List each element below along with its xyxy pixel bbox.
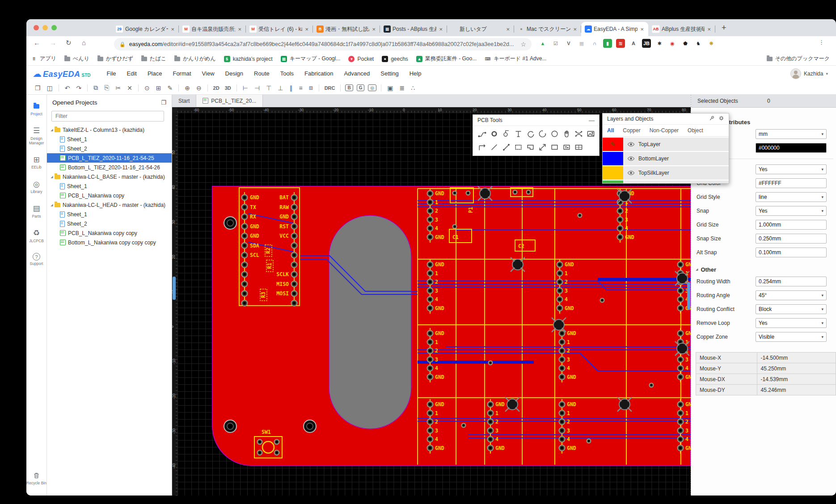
layer-color-swatch[interactable] (603, 166, 623, 180)
track-corner-tool-icon[interactable] (477, 142, 487, 152)
stripe-extension-icon[interactable]: ≋ (616, 39, 625, 48)
shield-extension-icon[interactable]: ⬟ (681, 39, 690, 48)
back-icon[interactable]: ← (34, 39, 40, 46)
close-tab-icon[interactable]: × (304, 26, 309, 33)
redo-icon[interactable]: ↷ (76, 84, 82, 92)
attribute-input[interactable]: 0.254mm (756, 277, 827, 286)
text-tool-icon[interactable] (513, 128, 524, 139)
menu-edit[interactable]: Edit (127, 70, 137, 77)
menu-setting[interactable]: Setting (380, 70, 398, 77)
tree-item[interactable]: PCB_L_Nakaniwa copy (47, 191, 172, 200)
attribute-select[interactable]: Block▾ (756, 304, 827, 314)
tree-expander-icon[interactable]: ◢ (50, 128, 54, 132)
eye-icon[interactable] (623, 170, 638, 176)
sidebar-item-eelib[interactable]: ⊞EELib (26, 155, 47, 170)
view-3d-button[interactable]: 3D (225, 85, 231, 91)
canvas-scrollbar-left[interactable] (173, 277, 176, 300)
zoom-window-icon[interactable]: ⊞ (156, 84, 161, 92)
browser-tab[interactable]: M自キ温泉街販売所から× (179, 22, 246, 36)
filter-input[interactable] (51, 111, 164, 122)
menu-place[interactable]: Place (148, 70, 162, 77)
browser-tab[interactable]: M受信トレイ (6) - kazh× (246, 22, 313, 36)
new-project-icon[interactable]: ❐ (161, 99, 166, 106)
connect-tool-icon[interactable] (537, 142, 548, 152)
tree-expander-icon[interactable]: ◢ (50, 175, 54, 179)
import-image-icon[interactable]: ▣ (387, 84, 393, 92)
menu-route[interactable]: Route (254, 70, 270, 77)
close-tab-icon[interactable]: × (371, 26, 376, 33)
forward-icon[interactable]: → (50, 39, 56, 46)
layers-tab-all[interactable]: All (603, 127, 618, 134)
copper-area-tool-icon[interactable] (561, 142, 572, 152)
attribute-select[interactable]: Visible▾ (756, 332, 827, 342)
browser-tab[interactable]: 新しいタブ× (447, 22, 514, 36)
menu-view[interactable]: View (202, 70, 215, 77)
browser-tab[interactable]: ☁EasyEDA - A Simple× (581, 22, 648, 36)
sidebar-item-project[interactable]: Project (26, 102, 47, 117)
sidebar-item-jlcpcb[interactable]: ♻JLCPCB (26, 229, 47, 244)
menu-tools[interactable]: Tools (280, 70, 294, 77)
bookmark-item[interactable]: かんりがめん (174, 55, 216, 63)
layers-tab-object[interactable]: Object (683, 127, 708, 134)
bookmark-item[interactable]: ⠿アプリ (31, 55, 56, 63)
layer-color-swatch[interactable] (603, 152, 623, 165)
bookmark-item[interactable]: ▦キーマップ - Googl... (281, 55, 341, 63)
dashed-rect-tool-icon[interactable] (513, 142, 524, 152)
bookmark-item[interactable]: $kazhida's project (224, 56, 273, 62)
line-tool-icon[interactable] (489, 142, 499, 152)
browser-tab[interactable]: B漫画・無料試し読みな× (313, 22, 380, 36)
layer-color-swatch[interactable] (603, 181, 623, 183)
sidebar-item-support[interactable]: ?Support (26, 253, 47, 266)
bookmark-item[interactable]: ▲業務委託案件 - Goo... (416, 55, 477, 63)
bee-extension-icon[interactable]: ❋ (707, 39, 716, 48)
layer-row[interactable]: TopSilkLayer (603, 166, 729, 180)
bookmark-item[interactable]: べんり (64, 55, 89, 63)
arc-extension-icon[interactable]: ∩ (590, 39, 599, 48)
paste-icon[interactable]: ⎘ (104, 84, 109, 92)
attribute-input[interactable]: #FFFFFF (756, 178, 827, 188)
menu-format[interactable]: Format (173, 70, 191, 77)
tree-item[interactable]: Bottom_L_TIEZ_2020-11-16_21-54-26 (47, 163, 172, 172)
menu-help[interactable]: Help (410, 70, 422, 77)
undo-icon[interactable]: ↶ (65, 84, 70, 92)
eye-icon[interactable] (623, 142, 638, 147)
bookmark-item[interactable]: ⌨キーボード #1 Adve... (485, 55, 546, 63)
eye-icon[interactable] (623, 156, 638, 161)
tree-item[interactable]: ◢Nakaniwa-LC-L_BASE - master - (kazhida) (47, 172, 172, 181)
measure-tool-icon[interactable] (501, 142, 511, 152)
jb-extension-icon[interactable]: JB (642, 39, 651, 48)
home-icon[interactable]: ⌂ (82, 39, 86, 46)
browser-tab[interactable]: ABABplus 生産技術研究× (648, 22, 715, 36)
tree-item[interactable]: PCB_L_TIEZ_2020-11-16_21-54-25 (47, 153, 172, 163)
gerber-button[interactable]: G (357, 84, 365, 91)
bom-button[interactable]: B (345, 84, 353, 91)
bookmark-item[interactable]: ●geechs (382, 56, 408, 62)
zoom-out-icon[interactable]: ⊖ (196, 84, 202, 92)
attribute-input[interactable]: 0.250mm (756, 234, 827, 244)
browser-tab[interactable]: ▦Posts - ABplus 生産× (380, 22, 447, 36)
layer-row[interactable] (603, 181, 729, 183)
attribute-input[interactable]: 0.100mm (756, 248, 827, 257)
grid-extension-icon[interactable]: ▦ (577, 39, 586, 48)
grid-frame-tool-icon[interactable] (573, 142, 584, 152)
bag-extension-icon[interactable]: ▮ (603, 39, 612, 48)
easyeda-logo[interactable]: ☁ EasyEDA STD (33, 68, 91, 79)
bookmark-item[interactable]: ▾Pocket (348, 56, 374, 62)
distribute-v-icon[interactable]: ≡ (299, 84, 303, 92)
close-window-button[interactable] (34, 25, 39, 30)
bookmark-star-icon[interactable]: ☆ (520, 41, 526, 48)
canvas-scrollbar-right[interactable] (687, 282, 690, 310)
align-right-icon[interactable]: ⊣ (254, 84, 260, 92)
align-bottom-icon[interactable]: ⊥ (278, 84, 283, 92)
attribute-select[interactable]: Yes▾ (756, 164, 827, 174)
close-tab-icon[interactable]: × (438, 26, 443, 33)
address-bar[interactable]: 🔒 easyeda.com/editor#id=e91558f93a454ca2… (114, 38, 532, 50)
save-icon[interactable]: ◫ (47, 84, 53, 92)
distribute-h-icon[interactable]: ∥ (290, 84, 293, 92)
share-icon[interactable]: ∴ (411, 84, 415, 92)
gear-extension-icon[interactable]: ✱ (655, 39, 664, 48)
attribute-select[interactable]: Yes▾ (756, 206, 827, 216)
a-extension-icon[interactable]: A (629, 39, 638, 48)
track-tool-icon[interactable] (477, 128, 487, 139)
layer-color-swatch[interactable]: ✎ (603, 138, 623, 151)
